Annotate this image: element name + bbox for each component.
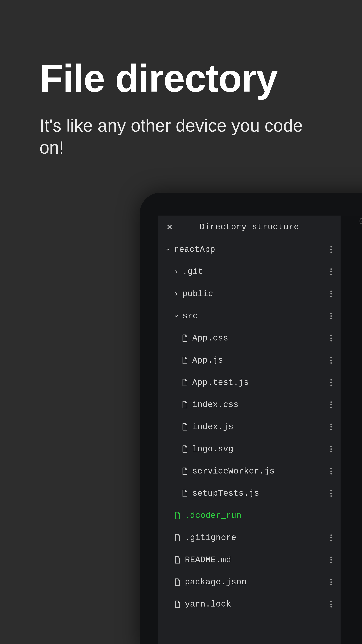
more-menu-icon[interactable] (328, 490, 335, 497)
file-label: serviceWorker.js (192, 466, 275, 476)
svg-point-11 (330, 318, 332, 319)
more-menu-icon[interactable] (328, 246, 335, 253)
file-icon (174, 578, 181, 586)
svg-point-26 (330, 429, 332, 430)
svg-point-20 (330, 384, 332, 386)
file-label: package.json (185, 577, 247, 587)
more-menu-icon[interactable] (328, 534, 335, 541)
chevron-right-icon[interactable] (174, 270, 179, 274)
folder-row-reactApp[interactable]: reactApp (158, 238, 341, 260)
svg-point-18 (330, 379, 332, 380)
file-label: .gitignore (185, 533, 236, 542)
file-label: App.css (192, 334, 228, 343)
file-icon (181, 467, 189, 475)
svg-point-14 (330, 340, 332, 342)
folder-label: src (182, 311, 198, 321)
file-row-setup[interactable]: setupTests.js (158, 482, 341, 504)
file-icon (174, 512, 181, 520)
more-menu-icon[interactable] (328, 578, 335, 586)
device-frame: Directory structure reactApp.gitpublicsr… (140, 193, 362, 644)
more-menu-icon[interactable] (328, 601, 335, 608)
file-label: .dcoder_run (185, 511, 241, 520)
folder-row-public[interactable]: public (158, 283, 341, 305)
svg-point-9 (330, 313, 332, 314)
svg-point-31 (330, 470, 332, 472)
more-menu-icon[interactable] (328, 423, 335, 430)
svg-point-39 (330, 556, 332, 558)
file-icon (181, 490, 189, 497)
file-icon (181, 401, 189, 408)
file-row-logo[interactable]: logo.svg (158, 438, 341, 460)
file-row-pkg[interactable]: package.json (158, 571, 341, 593)
file-label: README.md (185, 555, 231, 565)
svg-point-21 (330, 401, 332, 403)
svg-point-45 (330, 601, 332, 602)
more-menu-icon[interactable] (328, 290, 335, 297)
svg-point-44 (330, 584, 332, 586)
svg-point-32 (330, 473, 332, 474)
more-menu-icon[interactable] (328, 312, 335, 320)
svg-point-1 (330, 249, 332, 250)
more-menu-icon[interactable] (328, 379, 335, 386)
svg-point-6 (330, 290, 332, 292)
page-title: File directory (39, 58, 330, 99)
svg-point-19 (330, 382, 332, 383)
svg-point-23 (330, 407, 332, 408)
file-row-yarn[interactable]: yarn.lock (158, 593, 341, 615)
svg-point-22 (330, 404, 332, 406)
file-row-indexcss[interactable]: index.css (158, 394, 341, 416)
file-tree: reactApp.gitpublicsrcApp.cssApp.jsApp.te… (158, 238, 341, 644)
svg-point-5 (330, 274, 332, 275)
more-menu-icon[interactable] (328, 335, 335, 342)
svg-point-46 (330, 604, 332, 605)
svg-point-2 (330, 252, 332, 253)
file-label: App.test.js (192, 378, 249, 387)
more-menu-icon[interactable] (328, 556, 335, 564)
file-row-indexjs[interactable]: index.js (158, 416, 341, 438)
folder-label: public (182, 289, 213, 298)
file-row-dcoder[interactable]: .dcoder_run (158, 504, 341, 527)
svg-point-33 (330, 490, 332, 492)
svg-point-40 (330, 559, 332, 560)
svg-point-17 (330, 362, 332, 364)
more-menu-icon[interactable] (328, 357, 335, 364)
file-row-apptest[interactable]: App.test.js (158, 372, 341, 394)
svg-point-7 (330, 293, 332, 294)
more-menu-icon[interactable] (328, 268, 335, 275)
svg-point-27 (330, 446, 332, 447)
svg-point-3 (330, 268, 332, 270)
file-icon (174, 556, 181, 564)
svg-point-36 (330, 534, 332, 536)
file-row-readme[interactable]: README.md (158, 549, 341, 571)
svg-point-47 (330, 606, 332, 608)
svg-point-10 (330, 315, 332, 317)
file-row-appcss[interactable]: App.css (158, 327, 341, 349)
directory-header: Directory structure (158, 216, 341, 238)
chevron-down-icon[interactable] (174, 314, 179, 318)
svg-point-4 (330, 271, 332, 272)
close-icon[interactable] (165, 222, 174, 232)
more-menu-icon[interactable] (328, 401, 335, 408)
svg-point-25 (330, 426, 332, 428)
folder-row-git[interactable]: .git (158, 260, 341, 283)
bg-text: 0 used (359, 217, 362, 226)
file-label: App.js (192, 356, 223, 365)
file-row-gitignore[interactable]: .gitignore (158, 527, 341, 549)
file-row-sw[interactable]: serviceWorker.js (158, 460, 341, 482)
folder-row-src[interactable]: src (158, 305, 341, 327)
directory-panel: Directory structure reactApp.gitpublicsr… (158, 216, 341, 644)
more-menu-icon[interactable] (328, 468, 335, 475)
file-icon (181, 423, 189, 431)
chevron-down-icon[interactable] (165, 247, 171, 252)
file-row-appjs[interactable]: App.js (158, 349, 341, 372)
device-screen: Directory structure reactApp.gitpublicsr… (158, 216, 362, 644)
file-icon (181, 356, 189, 364)
svg-point-34 (330, 493, 332, 494)
chevron-right-icon[interactable] (174, 292, 179, 296)
file-label: setupTests.js (192, 489, 259, 498)
file-icon (174, 600, 181, 608)
more-menu-icon[interactable] (328, 446, 335, 452)
file-icon (181, 445, 189, 453)
svg-point-16 (330, 360, 332, 361)
editor-background: 0 used ry oject t it ny (341, 216, 362, 644)
